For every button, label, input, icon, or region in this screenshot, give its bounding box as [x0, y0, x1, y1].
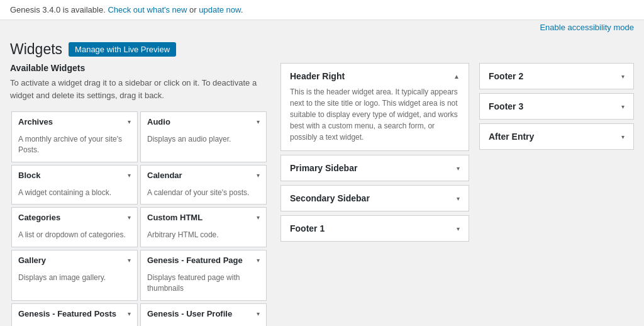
widget-categories-chevron: ▾ [128, 214, 131, 221]
footer2-chevron: ▾ [621, 73, 625, 80]
widget-calendar-header[interactable]: Calendar ▾ [141, 166, 266, 185]
widget-custom-html-title: Custom HTML [147, 213, 203, 222]
page-header: Widgets Manage with Live Preview [0, 33, 644, 63]
widget-genesis-user-profile-chevron: ▾ [257, 310, 260, 317]
widget-genesis-featured-posts-title: Genesis - Featured Posts [18, 309, 116, 318]
middle-sidebar-panel: Header Right ▲ This is the header widget… [280, 63, 469, 326]
widget-categories-title: Categories [18, 213, 60, 222]
widgets-grid: Archives ▾ A monthly archive of your sit… [10, 110, 268, 326]
widget-custom-html-desc: Arbitrary HTML code. [141, 227, 266, 247]
footer2-header[interactable]: Footer 2 ▾ [480, 64, 633, 89]
widget-block-desc: A widget containing a block. [12, 185, 137, 205]
secondary-sidebar-area[interactable]: Secondary Sidebar ▾ [280, 185, 469, 211]
widget-custom-html-chevron: ▾ [257, 214, 260, 221]
after-entry-title: After Entry [489, 132, 534, 142]
widget-calendar-chevron: ▾ [257, 172, 260, 179]
header-right-description: This is the header widget area. It typic… [281, 86, 469, 150]
widget-gallery-title: Gallery [18, 256, 46, 265]
widget-categories-header[interactable]: Categories ▾ [12, 208, 137, 227]
secondary-sidebar-header[interactable]: Secondary Sidebar ▾ [281, 186, 469, 211]
footer2-title: Footer 2 [489, 71, 523, 81]
widget-block-chevron: ▾ [128, 172, 131, 179]
notification-text: Genesis 3.4.0 is available. Check out wh… [10, 5, 243, 14]
header-right-area[interactable]: Header Right ▲ This is the header widget… [280, 63, 469, 151]
widget-calendar[interactable]: Calendar ▾ A calendar of your site's pos… [140, 165, 267, 205]
widget-genesis-user-profile-title: Genesis - User Profile [147, 309, 232, 318]
notification-bar: Genesis 3.4.0 is available. Check out wh… [0, 0, 644, 20]
main-content: Available Widgets To activate a widget d… [0, 63, 644, 326]
after-entry-chevron: ▾ [621, 133, 625, 140]
widget-audio-chevron: ▾ [257, 118, 260, 125]
footer3-chevron: ▾ [621, 103, 625, 110]
widget-audio-header[interactable]: Audio ▾ [141, 112, 266, 132]
widget-gallery-desc: Displays an image gallery. [12, 270, 137, 289]
widget-archives[interactable]: Archives ▾ A monthly archive of your sit… [11, 111, 138, 162]
widget-archives-chevron: ▾ [128, 118, 131, 125]
manage-live-preview-button[interactable]: Manage with Live Preview [69, 42, 176, 57]
widget-genesis-user-profile[interactable]: Genesis - User Profile ▾ Displays user p… [140, 303, 267, 326]
widget-calendar-title: Calendar [147, 171, 182, 180]
widget-custom-html-header[interactable]: Custom HTML ▾ [141, 208, 266, 227]
widget-audio[interactable]: Audio ▾ Displays an audio player. [140, 111, 267, 162]
widget-block-title: Block [18, 171, 40, 180]
available-widgets-title: Available Widgets [10, 63, 268, 73]
widget-genesis-featured-posts-chevron: ▾ [128, 310, 131, 317]
footer1-area[interactable]: Footer 1 ▾ [280, 215, 469, 242]
footer3-title: Footer 3 [489, 101, 523, 111]
footer1-title: Footer 1 [290, 223, 325, 233]
header-right-header[interactable]: Header Right ▲ [281, 64, 469, 86]
widget-archives-header[interactable]: Archives ▾ [12, 112, 137, 132]
top-right-actions: Enable accessibility mode [0, 20, 644, 33]
secondary-sidebar-title: Secondary Sidebar [290, 193, 370, 203]
widget-audio-desc: Displays an audio player. [141, 132, 266, 151]
primary-sidebar-area[interactable]: Primary Sidebar ▾ [280, 155, 469, 181]
footer3-header[interactable]: Footer 3 ▾ [480, 94, 633, 119]
widget-block[interactable]: Block ▾ A widget containing a block. [11, 165, 138, 205]
widget-genesis-user-profile-header[interactable]: Genesis - User Profile ▾ [141, 304, 266, 323]
after-entry-area[interactable]: After Entry ▾ [479, 123, 634, 150]
footer1-header[interactable]: Footer 1 ▾ [281, 216, 469, 241]
check-whats-new-link[interactable]: Check out what's new [108, 5, 187, 14]
widget-custom-html[interactable]: Custom HTML ▾ Arbitrary HTML code. [140, 207, 267, 247]
primary-sidebar-title: Primary Sidebar [290, 163, 357, 173]
widget-genesis-featured-page-chevron: ▾ [257, 257, 260, 264]
update-now-link[interactable]: update now [199, 5, 241, 14]
widget-genesis-featured-posts-header[interactable]: Genesis - Featured Posts ▾ [12, 304, 137, 323]
widget-genesis-featured-posts[interactable]: Genesis - Featured Posts ▾ Displays feat… [11, 303, 138, 326]
widget-archives-desc: A monthly archive of your site's Posts. [12, 132, 137, 162]
widget-genesis-featured-page-desc: Displays featured page with thumbnails [141, 270, 266, 300]
widget-genesis-featured-page[interactable]: Genesis - Featured Page ▾ Displays featu… [140, 250, 267, 301]
widget-genesis-user-profile-desc: Displays user profile block with Gravata… [141, 323, 266, 326]
footer2-area[interactable]: Footer 2 ▾ [479, 63, 634, 89]
secondary-sidebar-chevron: ▾ [457, 195, 460, 202]
header-right-chevron: ▲ [453, 73, 460, 80]
after-entry-header[interactable]: After Entry ▾ [480, 124, 633, 149]
widget-genesis-featured-page-title: Genesis - Featured Page [147, 256, 243, 265]
widget-genesis-featured-page-header[interactable]: Genesis - Featured Page ▾ [141, 250, 266, 270]
widget-calendar-desc: A calendar of your site's posts. [141, 185, 266, 205]
widget-gallery-header[interactable]: Gallery ▾ [12, 250, 137, 270]
widget-gallery-chevron: ▾ [128, 257, 131, 264]
widget-categories-desc: A list or dropdown of categories. [12, 227, 137, 247]
footer3-area[interactable]: Footer 3 ▾ [479, 93, 634, 120]
enable-accessibility-link[interactable]: Enable accessibility mode [540, 23, 634, 32]
footer1-chevron: ▾ [457, 225, 460, 232]
widget-archives-title: Archives [18, 117, 53, 126]
primary-sidebar-chevron: ▾ [457, 165, 460, 172]
widget-audio-title: Audio [147, 117, 170, 126]
available-widgets-description: To activate a widget drag it to a sideba… [10, 77, 268, 101]
header-right-title: Header Right [290, 71, 345, 81]
widget-gallery[interactable]: Gallery ▾ Displays an image gallery. [11, 250, 138, 301]
page-title: Widgets [10, 41, 62, 58]
right-sidebar-panel: Footer 2 ▾ Footer 3 ▾ After Entry ▾ [479, 63, 634, 326]
widget-block-header[interactable]: Block ▾ [12, 166, 137, 185]
widget-genesis-featured-posts-desc: Displays featured posts with thumbnails [12, 323, 137, 326]
widget-categories[interactable]: Categories ▾ A list or dropdown of categ… [11, 207, 138, 247]
available-widgets-panel: Available Widgets To activate a widget d… [10, 63, 268, 326]
primary-sidebar-header[interactable]: Primary Sidebar ▾ [281, 155, 469, 181]
